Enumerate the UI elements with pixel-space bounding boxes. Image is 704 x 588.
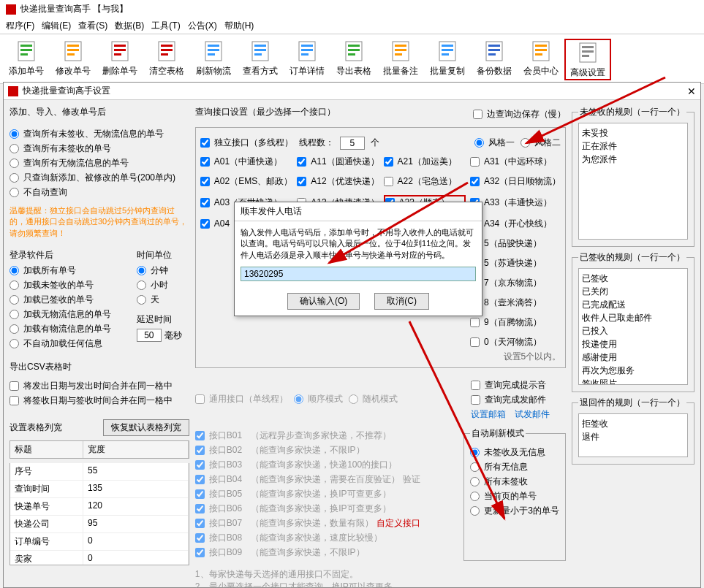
courier-A22[interactable]: A22（宅急送） [384,175,466,188]
side-query-checkbox[interactable]: 边查询边保存（慢） [473,108,566,121]
courier-5[interactable]: 5（苏通快递） [470,257,561,270]
courier-A01[interactable]: A01（中通快递） [200,156,292,168]
courier-A11[interactable]: A11（圆通快递） [297,156,379,168]
auto-opt-4[interactable]: 更新量小于3的单号 [470,505,559,517]
table-row[interactable]: 查询时间135 [10,481,189,498]
backup-button[interactable]: 备份数据 [471,39,518,80]
csv-opt-1[interactable]: 将签收日期与签收时间合并在同一格中 [10,394,189,407]
sound-checkbox[interactable]: 查询完成提示音 [471,379,566,392]
mail-checkbox[interactable]: 查询完成发邮件 [471,394,566,406]
colwidth-title: 设置表格列宽 [10,421,62,434]
auto-refresh-title: 自动刷新模式 [470,427,526,440]
login-opt-5[interactable]: 不自动加载任何信息 [10,337,129,350]
login-opt-1[interactable]: 加载未签收的单号 [10,279,129,291]
menu-item[interactable]: 编辑(E) [42,20,71,32]
svg-rect-7 [67,53,75,56]
courier-A02[interactable]: A02（EMS、邮政） [200,175,292,188]
table-row[interactable]: 快递单号120 [10,498,189,516]
courier-9[interactable]: 9（百腾物流） [470,316,561,329]
csv-opt-0[interactable]: 将发出日期与发出时间合并在同一格中 [10,380,189,392]
style2-radio[interactable]: 风格二 [521,137,561,149]
unsigned-rules-textarea[interactable] [578,123,688,240]
trymail-link[interactable]: 试发邮件 [515,409,550,419]
mailbox-link[interactable]: 设置邮箱 [471,409,506,419]
svg-rect-3 [20,53,28,56]
member-button[interactable]: 会员中心 [518,39,564,80]
cancel-button[interactable]: 取消(C) [374,293,429,310]
phone-input[interactable] [241,267,476,281]
order-detail-button[interactable]: 订单详情 [284,39,330,80]
courier-0[interactable]: 0（天河物流） [470,336,561,348]
bport-7[interactable]: 接口B08 （能查询多家快递，速度比较慢） [195,532,456,544]
menu-item[interactable]: 公告(X) [188,20,217,32]
login-opt-0[interactable]: 加载所有单号 [10,264,129,277]
ok-button[interactable]: 确认输入(O) [287,293,360,310]
bport-8[interactable]: 接口B09 （能查询多家快递，不限IP） [195,546,456,559]
courier-8[interactable]: 8（壹米滴答） [470,297,561,309]
return-rules-textarea[interactable] [578,413,688,457]
courier-A21[interactable]: A21（加运美） [384,156,466,168]
auto-opt-1[interactable]: 所有无信息 [470,461,559,473]
after-add-opt-0[interactable]: 查询所有未签收、无物流信息的单号 [10,128,189,140]
clear-table-button[interactable]: 清空表格 [143,39,190,80]
menu-item[interactable]: 数据(B) [115,20,144,32]
auto-opt-0[interactable]: 未签收及无信息 [470,446,559,459]
svg-rect-37 [442,45,453,47]
bport-2[interactable]: 接口B03 （能查询多家快递，快递100的接口） [195,459,456,471]
table-row[interactable]: 卖家0 [10,551,189,565]
del-bill-button[interactable]: 删除单号 [96,39,143,80]
batch-note-button[interactable]: 批量备注 [377,39,424,80]
rand-mode-radio[interactable]: 随机模式 [349,393,398,405]
style1-radio[interactable]: 风格一 [474,137,515,149]
after-add-opt-4[interactable]: 不自动查询 [10,186,189,199]
after-add-opt-1[interactable]: 查询所有未签收的单号 [10,142,189,155]
timeunit-1[interactable]: 小时 [137,279,189,291]
advanced-button[interactable]: 高级设置 [564,39,611,80]
menu-item[interactable]: 工具(T) [151,20,180,32]
menu-item[interactable]: 程序(F) [6,20,34,32]
thread-input[interactable] [340,137,365,150]
courier-5[interactable]: 5（品骏快递） [470,237,561,250]
bport-3[interactable]: 接口B04 （能查询多家快递，需要在百度验证） 验证 [195,473,456,486]
courier-A32[interactable]: A32（日日顺物流） [470,175,561,188]
delay-input[interactable] [137,329,162,342]
courier-A34[interactable]: A34（开心快线） [470,218,561,230]
bport-4[interactable]: 接口B05 （能查询多家快递，换IP可查更多） [195,488,456,500]
table-row[interactable]: 订单编号0 [10,533,189,551]
view-mode-button[interactable]: 查看方式 [237,39,284,80]
add-bill-button[interactable]: 添加单号 [3,39,50,80]
courier-A31[interactable]: A31（中远环球） [470,156,561,168]
timeunit-2[interactable]: 天 [137,294,189,306]
login-opt-4[interactable]: 加载有物流信息的单号 [10,323,129,335]
after-add-title: 添加、导入、修改单号后 [10,106,189,118]
courier-7[interactable]: 7（京东物流） [470,277,561,289]
signed-rules-textarea[interactable] [578,268,688,385]
batch-copy-button[interactable]: 批量复制 [424,39,471,80]
refresh-button[interactable]: 刷新物流 [190,39,237,80]
edit-bill-button[interactable]: 修改单号 [50,39,96,80]
auto-opt-3[interactable]: 当前页的单号 [470,490,559,503]
bport-6[interactable]: 接口B07 （能查询多家快递，数量有限） 自定义接口 [195,517,456,530]
menu-item[interactable]: 查看(S) [78,20,107,32]
reset-colwidth-button[interactable]: 恢复默认表格列宽 [103,419,189,436]
auto-opt-2[interactable]: 所有未签收 [470,476,559,488]
export-button[interactable]: 导出表格 [330,39,377,80]
bport-0[interactable]: 接口B01 （远程异步查询多家快递，不推荐） [195,429,456,442]
after-add-opt-2[interactable]: 查询所有无物流信息的单号 [10,157,189,169]
seq-mode-radio[interactable]: 顺序模式 [294,393,343,405]
login-opt-2[interactable]: 加载已签收的单号 [10,294,129,306]
timeunit-0[interactable]: 分钟 [137,264,189,277]
courier-A33[interactable]: A33（丰通快运） [470,195,561,210]
login-opt-3[interactable]: 加载无物流信息的单号 [10,308,129,321]
common-api-checkbox[interactable]: 通用接口（单线程） [195,393,288,405]
bport-5[interactable]: 接口B06 （能查询多家快递，换IP可查更多） [195,503,456,515]
after-add-opt-3[interactable]: 只查询新添加、被修改的单号(200单内) [10,172,189,184]
courier-A12[interactable]: A12（优速快递） [297,175,379,188]
indep-api-checkbox[interactable]: 独立接口（多线程） [200,137,293,149]
table-row[interactable]: 快递公司95 [10,516,189,533]
table-row[interactable]: 序号55 [10,463,189,481]
menu-item[interactable]: 帮助(H) [224,20,254,32]
colwidth-table[interactable]: 序号55查询时间135快递单号120快递公司95订单编号0卖家0联系电话0 [10,463,189,565]
close-icon[interactable]: ✕ [687,85,696,97]
bport-1[interactable]: 接口B02 （能查询多家快递，不限IP） [195,444,456,457]
